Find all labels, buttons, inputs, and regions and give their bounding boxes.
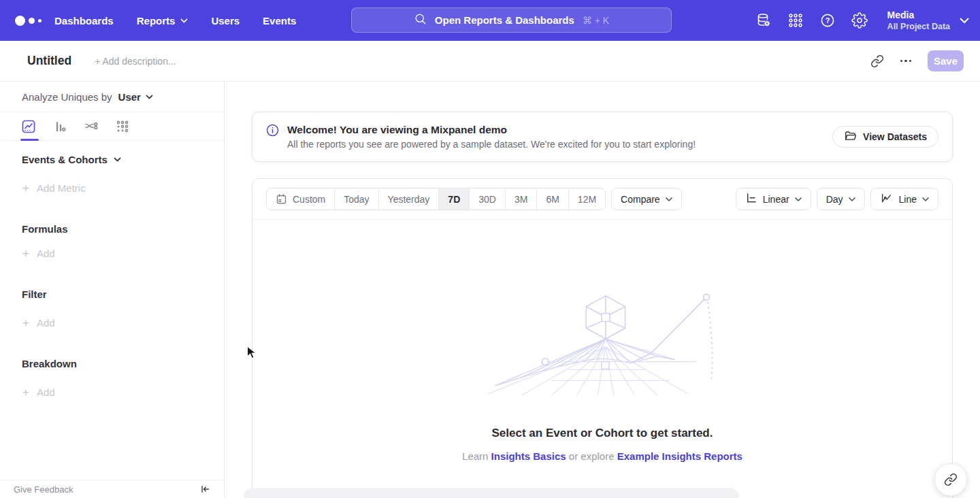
add-metric-button[interactable]: + Add Metric: [22, 182, 86, 194]
compare-dropdown[interactable]: Compare: [611, 188, 682, 210]
analyze-entity-value: User: [118, 91, 141, 103]
tab-insights-line-icon[interactable]: [20, 118, 37, 135]
empty-state-links: Learn Insights Basics or explore Example…: [252, 450, 952, 462]
interval-label: Day: [826, 194, 843, 205]
svg-text:?: ?: [825, 16, 830, 24]
line-chart-icon: [880, 192, 894, 206]
breakdown-section-title: Breakdown: [22, 357, 77, 369]
tab-retention-grid-icon[interactable]: [114, 118, 131, 135]
search-icon: [414, 12, 427, 28]
analyze-entity-dropdown[interactable]: User: [118, 91, 153, 103]
more-options-icon[interactable]: [899, 57, 913, 65]
apps-grid-icon[interactable]: [787, 12, 804, 29]
data-management-icon[interactable]: [755, 12, 772, 29]
nav-item-dashboards[interactable]: Dashboards: [54, 15, 114, 27]
chevron-down-icon: [180, 18, 188, 23]
range-7d[interactable]: 7D: [439, 188, 470, 210]
nav-item-reports[interactable]: Reports: [137, 15, 189, 27]
global-search-button[interactable]: Open Reports & Dashboards ⌘ + K: [351, 7, 672, 33]
filter-section-title: Filter: [22, 288, 47, 300]
empty-state-title: Select an Event or Cohort to get started…: [252, 427, 952, 440]
events-cohorts-section-title[interactable]: Events & Cohorts: [22, 153, 121, 165]
range-custom[interactable]: Custom: [267, 188, 335, 210]
section-title-label: Breakdown: [22, 358, 77, 369]
nav-item-events[interactable]: Events: [263, 15, 296, 27]
banner-body: Welcome! You are viewing a Mixpanel demo…: [266, 122, 696, 151]
nav-item-label: Reports: [137, 15, 176, 27]
nav-item-label: Events: [263, 15, 296, 27]
plus-icon: +: [22, 318, 29, 328]
range-label: 7D: [448, 194, 460, 205]
add-breakdown-label: Add: [37, 386, 55, 398]
range-30d[interactable]: 30D: [470, 188, 506, 210]
banner-text: Welcome! You are viewing a Mixpanel demo…: [287, 122, 696, 151]
empty-state-illustration: [473, 288, 732, 395]
section-title-label: Formulas: [22, 223, 68, 235]
add-breakdown-button[interactable]: + Add: [22, 386, 55, 398]
help-icon[interactable]: ?: [819, 12, 836, 29]
chevron-down-icon: [114, 157, 121, 162]
banner-title: Welcome! You are viewing a Mixpanel demo: [287, 122, 696, 137]
chevron-down-icon: [922, 197, 929, 201]
project-name: Media: [887, 10, 950, 21]
scale-label: Linear: [763, 194, 789, 205]
give-feedback-link[interactable]: Give Feedback: [14, 484, 73, 495]
chevron-down-icon: [795, 197, 802, 201]
project-text: Media All Project Data: [887, 10, 950, 32]
nav-item-users[interactable]: Users: [211, 15, 240, 27]
project-scope: All Project Data: [887, 21, 950, 32]
search-shortcut: ⌘ + K: [583, 15, 609, 26]
collapse-sidebar-icon[interactable]: [199, 484, 210, 495]
chart-card: Custom Today Yesterday 7D 30D 3M 6M 12M …: [252, 178, 953, 498]
search-placeholder: Open Reports & Dashboards: [435, 14, 574, 26]
top-nav-bar: Dashboards Reports Users Events Open Rep…: [0, 0, 980, 41]
chevron-down-icon: [849, 197, 855, 201]
report-title[interactable]: Untitled: [27, 54, 71, 68]
chevron-down-icon: [960, 18, 969, 24]
linear-scale-icon: [745, 192, 757, 206]
chart-type-dropdown[interactable]: Line: [870, 188, 938, 210]
info-icon: [266, 124, 279, 139]
insights-basics-link[interactable]: Insights Basics: [491, 450, 566, 462]
save-button[interactable]: Save: [928, 50, 964, 71]
next-section-peek: [244, 488, 739, 498]
range-yesterday[interactable]: Yesterday: [379, 188, 440, 210]
view-datasets-button[interactable]: View Datasets: [832, 126, 938, 148]
add-description-field[interactable]: + Add description...: [95, 56, 176, 67]
empty-links-prefix: Learn: [462, 450, 491, 462]
query-builder-sidebar: Analyze Uniques by User: [0, 82, 225, 498]
chart-toolbar: Custom Today Yesterday 7D 30D 3M 6M 12M …: [252, 179, 952, 220]
plus-icon: +: [22, 387, 29, 397]
report-canvas: Welcome! You are viewing a Mixpanel demo…: [225, 82, 980, 498]
chart-type-tabs: [0, 112, 224, 141]
range-6m[interactable]: 6M: [537, 188, 568, 210]
top-nav-right: ? Media All Project Data: [755, 0, 969, 41]
gear-icon[interactable]: [851, 12, 868, 29]
scale-dropdown[interactable]: Linear: [736, 188, 811, 210]
add-filter-button[interactable]: + Add: [22, 316, 55, 329]
range-label: Custom: [293, 194, 325, 205]
tab-flows-icon[interactable]: [83, 118, 99, 135]
example-insights-reports-link[interactable]: Example Insights Reports: [617, 450, 742, 462]
range-3m[interactable]: 3M: [506, 188, 537, 210]
chart-display-controls: Linear Day: [736, 188, 938, 210]
primary-nav: Dashboards Reports Users Events: [54, 15, 296, 27]
mixpanel-logo-icon[interactable]: [0, 16, 54, 26]
calendar-icon: [276, 193, 287, 205]
view-datasets-label: View Datasets: [863, 131, 927, 142]
add-formula-label: Add: [37, 248, 55, 259]
share-link-fab[interactable]: [934, 463, 967, 496]
range-label: 30D: [478, 194, 496, 205]
date-range-segmented-control: Custom Today Yesterday 7D 30D 3M 6M 12M: [266, 188, 606, 210]
interval-dropdown[interactable]: Day: [817, 188, 865, 210]
copy-link-icon[interactable]: [870, 54, 884, 68]
tab-bar-chart-icon[interactable]: [52, 118, 68, 135]
analyze-uniques-row: Analyze Uniques by User: [0, 82, 224, 112]
range-today[interactable]: Today: [335, 188, 378, 210]
analyze-label: Analyze Uniques by: [22, 91, 112, 103]
folder-icon: [844, 130, 857, 144]
add-metric-label: Add Metric: [37, 182, 86, 194]
range-12m[interactable]: 12M: [569, 188, 605, 210]
add-formula-button[interactable]: + Add: [22, 247, 55, 259]
project-selector[interactable]: Media All Project Data: [887, 10, 969, 32]
